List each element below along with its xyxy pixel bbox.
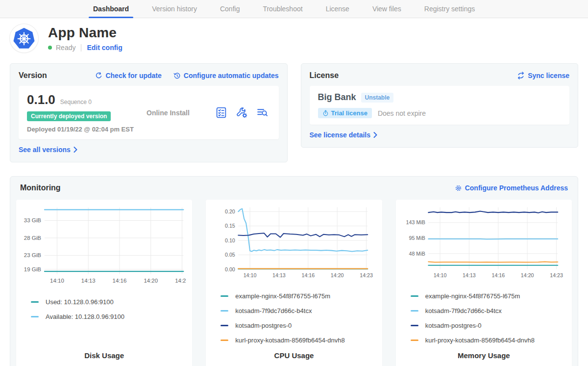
version-title: Version xyxy=(19,71,47,80)
sync-license-button[interactable]: Sync license xyxy=(517,72,569,79)
svg-text:14:10: 14:10 xyxy=(50,278,64,284)
svg-text:19 GiB: 19 GiB xyxy=(24,266,41,272)
legend-swatch xyxy=(220,310,228,312)
install-type-label: Online Install xyxy=(134,109,215,117)
legend-item: example-nginx-54f8f76755-l675m xyxy=(220,292,376,300)
legend-label: kurl-proxy-kotsadm-8569fb6454-dnvh8 xyxy=(235,337,344,344)
version-panel: Version Check for update xyxy=(10,63,288,162)
legend-swatch xyxy=(220,340,228,341)
deployed-badge: Currently deployed version xyxy=(27,111,111,121)
chart-card-disk-usage: 14:1014:1314:1614:2014:2333 GiB28 GiB23 … xyxy=(16,200,192,366)
disk-usage-legend: Used: 10.128.0.96:9100Available: 10.128.… xyxy=(22,291,186,328)
legend-item: kotsadm-7f9dc7d66c-b4tcx xyxy=(220,307,376,314)
disk-usage-chart[interactable]: 14:1014:1314:1614:2014:2333 GiB28 GiB23 … xyxy=(22,204,186,287)
status-text: Ready xyxy=(56,44,75,52)
svg-text:14:23: 14:23 xyxy=(360,272,373,278)
svg-text:28 GiB: 28 GiB xyxy=(24,235,41,241)
main-content: App Name Ready Edit config Version xyxy=(0,24,588,366)
svg-text:14:16: 14:16 xyxy=(113,278,127,284)
monitoring-title: Monitoring xyxy=(20,183,61,192)
svg-text:143 MiB: 143 MiB xyxy=(406,219,425,225)
trial-license-badge: Trial license xyxy=(318,108,372,118)
gear-icon xyxy=(455,184,462,192)
license-customer-name: Big Bank xyxy=(318,92,356,103)
legend-item: Used: 10.128.0.96:9100 xyxy=(31,298,186,306)
expiry-label: Does not expire xyxy=(378,109,426,117)
legend-swatch xyxy=(220,295,228,297)
svg-text:14:20: 14:20 xyxy=(331,272,344,278)
legend-item: kotsadm-postgres-0 xyxy=(220,322,376,329)
check-for-update-button[interactable]: Check for update xyxy=(95,72,161,79)
legend-label: kotsadm-postgres-0 xyxy=(425,322,482,329)
legend-item: Available: 10.128.0.96:9100 xyxy=(31,313,186,320)
legend-swatch xyxy=(411,340,418,341)
license-panel: License Sync license Big Bank Unstable xyxy=(301,63,579,148)
see-all-versions-link[interactable]: See all versions xyxy=(19,146,77,154)
memory-usage-chart[interactable]: 14:1014:1314:1614:2014:23143 MiB95 MiB48… xyxy=(402,204,566,281)
version-number: 0.1.0 xyxy=(27,92,55,107)
legend-label: kurl-proxy-kotsadm-8569fb6454-dnvh8 xyxy=(425,337,535,344)
svg-text:95 MiB: 95 MiB xyxy=(409,235,425,241)
legend-label: kotsadm-postgres-0 xyxy=(235,322,292,329)
kubernetes-icon xyxy=(13,27,35,50)
preflight-checks-icon[interactable] xyxy=(215,106,227,119)
svg-text:14:13: 14:13 xyxy=(272,272,286,278)
legend-item: kurl-proxy-kotsadm-8569fb6454-dnvh8 xyxy=(411,337,566,344)
tab-dashboard[interactable]: Dashboard xyxy=(93,0,129,18)
cpu-usage-chart[interactable]: 14:1014:1314:1614:2014:230.200.150.100.0… xyxy=(212,204,376,281)
edit-config-link[interactable]: Edit config xyxy=(87,44,122,52)
refresh-icon xyxy=(95,72,102,79)
svg-text:14:20: 14:20 xyxy=(520,272,534,278)
config-wrench-icon[interactable] xyxy=(236,106,248,119)
sync-arrows-icon xyxy=(517,72,525,79)
tab-view-files[interactable]: View files xyxy=(372,0,401,18)
tab-license[interactable]: License xyxy=(326,0,349,18)
tab-troubleshoot[interactable]: Troubleshoot xyxy=(263,0,302,18)
svg-text:0.20: 0.20 xyxy=(225,209,235,214)
stopwatch-icon xyxy=(322,110,329,116)
svg-text:14:13: 14:13 xyxy=(463,272,476,278)
chart-card-memory-usage: 14:1014:1314:1614:2014:23143 MiB95 MiB48… xyxy=(396,200,572,366)
configure-automatic-updates-button[interactable]: Configure automatic updates xyxy=(173,72,279,79)
chart-title: Memory Usage xyxy=(402,351,566,360)
svg-text:14:20: 14:20 xyxy=(144,278,158,284)
page-title: App Name xyxy=(48,25,122,41)
charts-row: 14:1014:1314:1614:2014:2333 GiB28 GiB23 … xyxy=(16,200,572,366)
license-title: License xyxy=(310,71,339,80)
legend-swatch xyxy=(411,310,418,312)
svg-text:0.00: 0.00 xyxy=(225,266,235,272)
svg-text:0.05: 0.05 xyxy=(225,252,235,258)
cpu-usage-legend: example-nginx-54f8f76755-l675mkotsadm-7f… xyxy=(212,285,376,351)
current-version-card: 0.1.0 Sequence 0 Currently deployed vers… xyxy=(19,86,279,139)
tab-registry-settings[interactable]: Registry settings xyxy=(424,0,475,18)
svg-text:14:10: 14:10 xyxy=(244,272,257,278)
svg-text:0.15: 0.15 xyxy=(225,223,235,229)
svg-text:14:10: 14:10 xyxy=(433,272,446,278)
configure-prometheus-button[interactable]: Configure Prometheus Address xyxy=(455,184,568,192)
svg-text:23 GiB: 23 GiB xyxy=(24,253,41,259)
app-logo xyxy=(10,24,38,52)
legend-label: kotsadm-7f9dc7d66c-b4tcx xyxy=(235,307,312,314)
tab-version-history[interactable]: Version history xyxy=(152,0,197,18)
tab-config[interactable]: Config xyxy=(220,0,240,18)
channel-badge: Unstable xyxy=(361,93,394,103)
legend-item: kurl-proxy-kotsadm-8569fb6454-dnvh8 xyxy=(220,337,376,344)
legend-swatch xyxy=(31,301,39,303)
app-header: App Name Ready Edit config xyxy=(10,24,578,52)
deployed-timestamp: Deployed 01/19/22 @ 02:04 pm EST xyxy=(27,126,134,133)
sequence-label: Sequence 0 xyxy=(60,99,92,105)
see-license-details-link[interactable]: See license details xyxy=(310,131,378,139)
legend-label: Used: 10.128.0.96:9100 xyxy=(46,298,114,306)
chart-title: Disk Usage xyxy=(22,351,186,360)
monitoring-panel: Monitoring Configure Prometheus Address … xyxy=(10,176,578,366)
legend-swatch xyxy=(411,325,418,326)
chevron-right-icon xyxy=(74,147,77,153)
legend-item: kotsadm-postgres-0 xyxy=(411,322,566,329)
legend-swatch xyxy=(411,295,418,297)
license-details-card: Big Bank Unstable Trial license Does n xyxy=(310,86,570,125)
legend-label: example-nginx-54f8f76755-l675m xyxy=(425,292,520,300)
legend-label: kotsadm-7f9dc7d66c-b4tcx xyxy=(425,307,502,314)
svg-text:48 MiB: 48 MiB xyxy=(409,251,425,257)
chevron-right-icon xyxy=(373,132,377,138)
view-logs-icon[interactable] xyxy=(256,106,269,119)
